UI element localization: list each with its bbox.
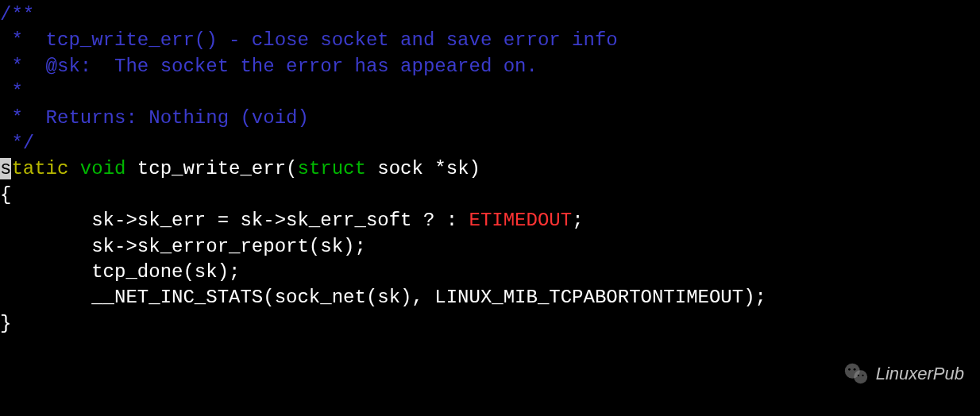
param-text: sock *sk) xyxy=(366,158,480,179)
comment-line: /** xyxy=(0,2,980,28)
code-text: ; xyxy=(572,210,583,231)
keyword-void: void xyxy=(80,158,126,179)
macro-etimedout: ETIMEDOUT xyxy=(469,210,573,231)
code-line: tcp_done(sk); xyxy=(0,260,980,285)
keyword-static: tatic xyxy=(11,158,68,179)
open-brace: { xyxy=(0,183,980,208)
function-name: tcp_write_err( xyxy=(137,158,298,179)
code-line: sk->sk_err = sk->sk_err_soft ? : ETIMEDO… xyxy=(0,208,980,233)
cursor-position: s xyxy=(0,158,11,179)
function-signature: static void tcp_write_err(struct sock *s… xyxy=(0,156,980,182)
wechat-icon xyxy=(843,360,870,387)
close-brace: } xyxy=(0,311,980,337)
comment-line: */ xyxy=(0,131,980,156)
svg-point-2 xyxy=(848,368,851,371)
watermark: LinuxerPub xyxy=(843,360,964,387)
svg-point-3 xyxy=(853,368,855,371)
svg-point-1 xyxy=(854,370,867,383)
code-text: sk->sk_err = sk->sk_err_soft ? : xyxy=(0,210,469,231)
watermark-text: LinuxerPub xyxy=(876,362,964,386)
svg-point-4 xyxy=(857,375,858,376)
code-line: sk->sk_error_report(sk); xyxy=(0,234,980,260)
comment-line: * xyxy=(0,79,980,105)
code-line: __NET_INC_STATS(sock_net(sk), LINUX_MIB_… xyxy=(0,285,980,310)
comment-line: * tcp_write_err() - close socket and sav… xyxy=(0,28,980,53)
comment-line: * @sk: The socket the error has appeared… xyxy=(0,54,980,79)
svg-point-5 xyxy=(862,375,863,376)
comment-line: * Returns: Nothing (void) xyxy=(0,106,980,131)
code-editor[interactable]: /** * tcp_write_err() - close socket and… xyxy=(0,2,980,337)
keyword-struct: struct xyxy=(297,158,365,179)
